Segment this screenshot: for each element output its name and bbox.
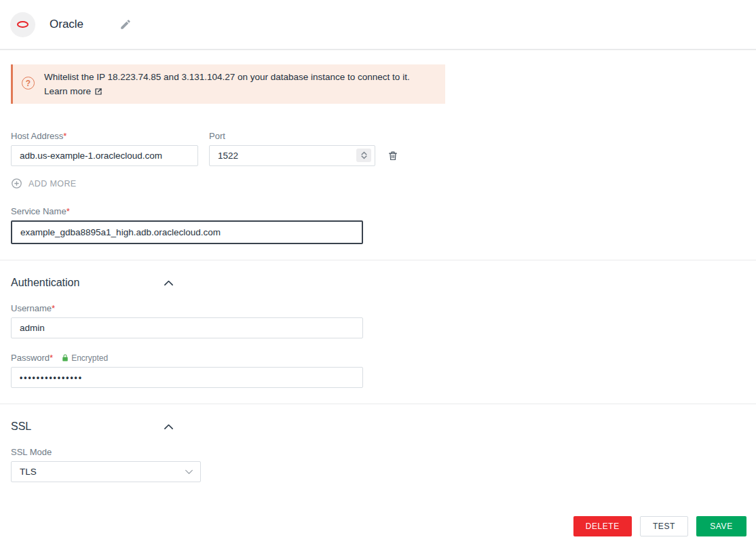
host-address-label: Host Address* bbox=[11, 131, 198, 141]
ssl-title: SSL bbox=[11, 420, 31, 433]
authentication-title: Authentication bbox=[11, 277, 79, 289]
save-button[interactable]: SAVE bbox=[696, 516, 746, 536]
learn-more-link[interactable]: Learn more bbox=[44, 84, 102, 98]
host-address-input[interactable] bbox=[11, 145, 198, 166]
connection-header: Oracle bbox=[0, 0, 756, 50]
ssl-mode-value: TLS bbox=[20, 467, 37, 477]
username-label: Username* bbox=[11, 303, 363, 313]
delete-button[interactable]: DELETE bbox=[573, 516, 632, 536]
pencil-icon bbox=[119, 18, 132, 31]
section-divider bbox=[0, 404, 756, 404]
banner-message: Whitelist the IP 18.223.74.85 and 3.131.… bbox=[44, 72, 410, 82]
ssl-toggle[interactable]: SSL bbox=[11, 420, 174, 433]
whitelist-banner: ? Whitelist the IP 18.223.74.85 and 3.13… bbox=[11, 64, 445, 104]
ssl-mode-select[interactable]: TLS bbox=[11, 461, 201, 482]
password-label: Password* bbox=[11, 353, 53, 363]
trash-icon bbox=[388, 150, 398, 161]
service-name-label: Service Name* bbox=[11, 206, 363, 216]
delete-host-row-button[interactable] bbox=[388, 150, 398, 161]
stepper-down-icon bbox=[361, 155, 367, 159]
question-circle-icon: ? bbox=[22, 77, 35, 90]
section-divider bbox=[0, 260, 756, 260]
port-label: Port bbox=[209, 131, 375, 141]
ssl-mode-label: SSL Mode bbox=[11, 447, 201, 457]
banner-text: Whitelist the IP 18.223.74.85 and 3.131.… bbox=[44, 70, 410, 98]
chevron-up-icon bbox=[164, 423, 174, 430]
chevron-up-icon bbox=[164, 279, 174, 286]
required-asterisk: * bbox=[50, 353, 53, 363]
chevron-down-icon bbox=[185, 469, 193, 475]
test-button[interactable]: TEST bbox=[640, 516, 688, 536]
required-asterisk: * bbox=[67, 206, 70, 216]
connection-form: Host Address* Port ADD MORE Service Name… bbox=[0, 131, 756, 244]
connection-title: Oracle bbox=[50, 18, 83, 31]
authentication-toggle[interactable]: Authentication bbox=[11, 277, 174, 289]
edit-name-button[interactable] bbox=[119, 18, 132, 31]
oracle-avatar bbox=[10, 12, 35, 37]
add-more-button[interactable]: ADD MORE bbox=[11, 178, 77, 189]
username-input[interactable] bbox=[11, 317, 363, 338]
plus-circle-icon bbox=[11, 178, 22, 189]
encrypted-label: Encrypted bbox=[71, 353, 108, 363]
required-asterisk: * bbox=[52, 303, 55, 313]
ssl-section: SSL SSL Mode TLS bbox=[0, 420, 756, 482]
port-input[interactable] bbox=[209, 145, 375, 166]
required-asterisk: * bbox=[63, 131, 67, 141]
footer-actions: DELETE TEST SAVE bbox=[573, 516, 746, 536]
encrypted-badge: Encrypted bbox=[61, 353, 108, 363]
service-name-input[interactable] bbox=[11, 220, 363, 244]
password-input[interactable] bbox=[11, 367, 363, 388]
lock-icon bbox=[61, 353, 69, 362]
learn-more-label: Learn more bbox=[44, 84, 91, 98]
authentication-section: Authentication Username* Password* Encry… bbox=[0, 277, 756, 388]
oracle-logo-icon bbox=[17, 21, 29, 28]
external-link-icon bbox=[94, 87, 102, 96]
add-more-label: ADD MORE bbox=[29, 179, 77, 189]
port-stepper[interactable] bbox=[356, 149, 371, 162]
